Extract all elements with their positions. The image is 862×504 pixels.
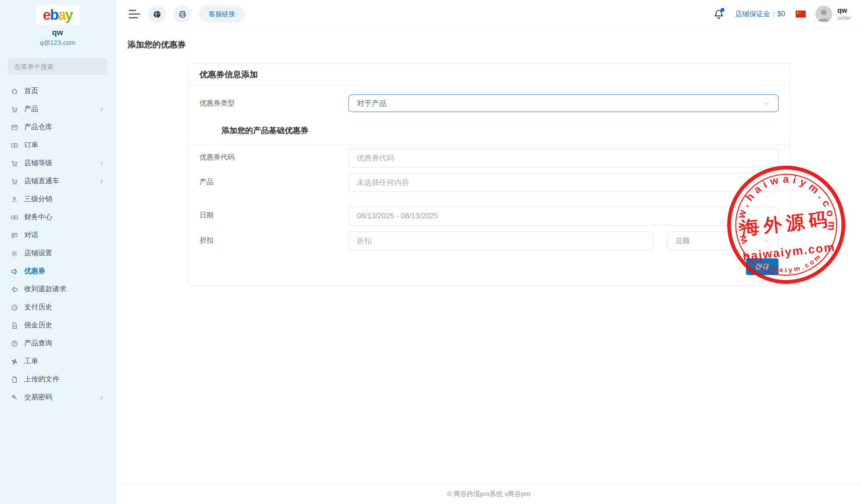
avatar[interactable] — [815, 6, 832, 22]
discount-label: 折扣 — [199, 232, 348, 245]
product-row: 产品 — [199, 173, 779, 192]
sidebar-item-finance-center[interactable]: 财务中心 — [0, 208, 115, 226]
coupon-form-card: 优惠券信息添加 优惠券类型 对于产品 添加您的产品基础优惠券 优惠券代码 — [188, 63, 790, 286]
card-title: 优惠券信息添加 — [188, 64, 790, 86]
discount-row: 折扣 总额 — [199, 232, 779, 250]
warehouse-icon — [11, 123, 18, 131]
sidebar-username: qw — [0, 28, 115, 37]
gear-icon — [11, 250, 18, 257]
print-button[interactable] — [174, 5, 191, 23]
coupon-code-label: 优惠券代码 — [199, 149, 348, 162]
chevron-right-icon — [99, 395, 104, 400]
sidebar-item-transaction-password[interactable]: 交易密码 — [0, 388, 115, 406]
support-link-button[interactable]: 客服链接 — [199, 6, 245, 22]
file-icon — [11, 376, 18, 384]
chevron-down-icon — [764, 100, 770, 107]
megaphone-icon — [11, 268, 18, 276]
sidebar-item-shop-express[interactable]: 店铺直通车 — [0, 172, 115, 190]
section-title: 添加您的产品基础优惠券 — [221, 125, 779, 136]
avatar-silhouette-icon — [815, 6, 832, 22]
order-icon — [11, 141, 18, 149]
sidebar-item-refund-requests[interactable]: 收到退款请求 — [0, 280, 115, 298]
date-row: 日期 — [199, 207, 779, 225]
logo-letter: a — [58, 7, 65, 23]
sidebar-item-conversations[interactable]: 对话 — [0, 226, 115, 244]
content-area: 添加您的优惠券 优惠券信息添加 优惠券类型 对于产品 添加您的产品基础优惠券 — [116, 29, 862, 484]
save-button[interactable]: 保存 — [746, 258, 779, 275]
logo-letter: y — [65, 7, 72, 23]
sidebar-item-work-orders[interactable]: 工单 — [0, 352, 115, 370]
ebay-logo: ebay — [36, 5, 80, 25]
china-flag-icon[interactable] — [796, 11, 806, 18]
divider — [188, 144, 790, 145]
product-label: 产品 — [199, 173, 348, 187]
sidebar-item-shop-settings[interactable]: 店铺设置 — [0, 244, 115, 262]
notifications-button[interactable] — [713, 8, 724, 20]
chevron-right-icon — [99, 161, 104, 166]
coupon-code-input[interactable] — [348, 149, 779, 167]
sidebar-item-distribution[interactable]: 三级分销 — [0, 190, 115, 208]
sidebar-nav: 首页 产品 产品仓库 订单 店铺等级 店铺直通车 三级分销 — [0, 82, 115, 406]
chat-icon — [11, 232, 18, 239]
banknote-icon — [11, 214, 18, 221]
hamburger-menu-icon[interactable] — [129, 10, 140, 18]
document-icon — [11, 322, 18, 330]
topbar: 客服链接 店铺保证金：$0 qw seller — [116, 0, 862, 29]
sidebar-item-shop-level[interactable]: 店铺等级 — [0, 154, 115, 172]
chevron-right-icon — [99, 107, 104, 112]
sidebar-item-coupons[interactable]: 优惠券 — [0, 262, 115, 280]
home-icon — [11, 87, 18, 95]
date-range-input[interactable] — [348, 207, 779, 225]
cart-icon — [11, 160, 18, 167]
sidebar-item-orders[interactable]: 订单 — [0, 136, 115, 154]
refund-icon — [11, 286, 18, 294]
discount-input[interactable] — [348, 232, 654, 250]
shop-deposit-link[interactable]: 店铺保证金：$0 — [735, 10, 785, 19]
coupon-code-row: 优惠券代码 — [199, 149, 779, 167]
coupon-type-select[interactable]: 对于产品 — [348, 94, 779, 112]
printer-icon — [178, 10, 187, 19]
topbar-user-name: qw — [837, 7, 851, 15]
sidebar-item-commission-history[interactable]: 佣金历史 — [0, 316, 115, 334]
chevron-down-icon — [764, 238, 770, 244]
language-globe-button[interactable] — [148, 5, 166, 23]
footer: © 商谷跨境pro系统 v商谷pro — [116, 484, 862, 504]
clock-icon — [11, 304, 18, 312]
sidebar: ebay qw q@123.com 首页 产品 产品仓库 订单 店铺等级 — [0, 0, 116, 504]
logo-letter: b — [50, 7, 58, 23]
menu-search-input[interactable] — [8, 58, 107, 75]
chevron-right-icon — [99, 179, 104, 184]
discount-type-select[interactable]: 总额 — [667, 232, 779, 250]
sidebar-item-uploaded-files[interactable]: 上传的文件 — [0, 370, 115, 388]
sidebar-item-product-warehouse[interactable]: 产品仓库 — [0, 118, 115, 136]
topbar-user[interactable]: qw seller — [837, 7, 851, 21]
footer-text: © 商谷跨境pro系统 v商谷pro — [447, 490, 530, 498]
date-label: 日期 — [199, 207, 348, 220]
help-icon — [11, 340, 18, 348]
sidebar-item-product-inquiry[interactable]: 产品查询 — [0, 334, 115, 352]
topbar-user-role: seller — [837, 15, 851, 22]
logo-letter: e — [43, 7, 50, 23]
user-icon — [11, 196, 18, 203]
coupon-type-label: 优惠券类型 — [199, 94, 348, 108]
gavel-icon — [11, 394, 18, 402]
sidebar-user-email: q@123.com — [0, 39, 115, 46]
cart-icon — [11, 178, 18, 185]
coupon-type-row: 优惠券类型 对于产品 — [199, 94, 779, 112]
sidebar-item-payment-history[interactable]: 支付历史 — [0, 298, 115, 316]
fan-icon — [11, 358, 18, 366]
sidebar-item-home[interactable]: 首页 — [0, 82, 115, 100]
globe-icon — [152, 10, 162, 19]
cart-icon — [11, 105, 18, 113]
sidebar-item-products[interactable]: 产品 — [0, 100, 115, 118]
page-title: 添加您的优惠券 — [127, 39, 186, 51]
product-input[interactable] — [348, 173, 779, 192]
